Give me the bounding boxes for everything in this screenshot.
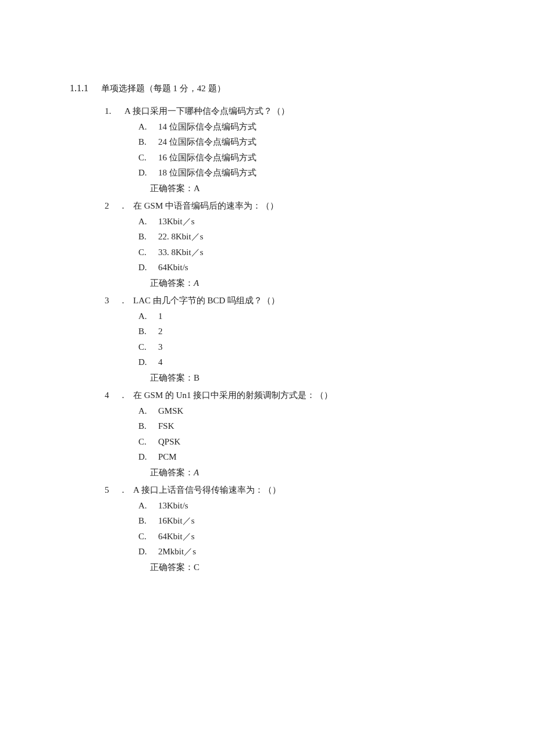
section-number: 1.1.1 [70, 83, 88, 93]
question-line: 3 ． LAC 由几个字节的 BCD 吗组成？（） [105, 294, 465, 307]
option-text: 16Kbit／s [158, 514, 195, 528]
option-text: 64Kbit／s [158, 530, 195, 543]
question-text: A 接口上话音信号得传输速率为：（） [133, 483, 281, 497]
option-line: B.FSK [138, 420, 465, 433]
option-letter: A. [138, 310, 150, 323]
answer-label: 正确答案： [150, 468, 194, 477]
option-letter: B. [138, 230, 150, 243]
question-block: 4 ． 在 GSM 的 Un1 接口中采用的射频调制方式是：（） A.GMSK … [105, 389, 465, 479]
answer-line: 正确答案：C [150, 561, 465, 574]
option-letter: A. [138, 404, 150, 418]
answer-label: 正确答案： [150, 184, 194, 193]
option-line: C.33. 8Kbit／s [138, 246, 465, 259]
option-letter: C. [138, 435, 150, 449]
option-letter: B. [138, 325, 150, 338]
option-text: 22. 8Kbit／s [158, 230, 204, 243]
option-letter: D. [138, 545, 150, 558]
option-letter: D. [138, 450, 150, 464]
question-dot: ． [119, 199, 127, 213]
option-letter: B. [138, 514, 150, 528]
question-dot: ． [119, 389, 127, 402]
option-line: A.14 位国际信令点编码方式 [138, 120, 465, 134]
option-text: 3 [158, 341, 163, 354]
question-number: 4 [105, 389, 119, 402]
option-line: C.3 [138, 341, 465, 354]
answer-label: 正确答案： [150, 373, 194, 382]
option-text: 1 [158, 310, 163, 323]
option-text: 4 [158, 356, 163, 369]
option-line: D.64Kbit/s [138, 261, 465, 274]
question-number: 5 [105, 483, 119, 497]
option-text: GMSK [158, 404, 183, 418]
question-number: 3 [105, 294, 119, 307]
option-letter: D. [138, 166, 150, 180]
question-line: 5 ． A 接口上话音信号得传输速率为：（） [105, 483, 465, 497]
option-line: C.16 位国际信令点编码方式 [138, 151, 465, 164]
question-text: LAC 由几个字节的 BCD 吗组成？（） [133, 294, 280, 307]
option-letter: C. [138, 246, 150, 259]
section-title: 单项选择题（每题 1 分，42 题） [101, 84, 226, 93]
option-letter: A. [138, 215, 150, 228]
question-line: 1. A 接口采用一下哪种信令点编码方式？（） [105, 105, 465, 118]
option-line: D.4 [138, 356, 465, 369]
question-number: 2 [105, 199, 119, 213]
option-line: A.GMSK [138, 404, 465, 418]
option-letter: A. [138, 120, 150, 134]
option-text: 16 位国际信令点编码方式 [158, 151, 256, 164]
option-text: 14 位国际信令点编码方式 [158, 120, 256, 134]
answer-line: 正确答案：A [150, 277, 465, 290]
option-line: A.13Kbit/s [138, 499, 465, 513]
question-text: 在 GSM 的 Un1 接口中采用的射频调制方式是：（） [133, 389, 333, 402]
option-letter: C. [138, 151, 150, 164]
question-line: 2 ． 在 GSM 中语音编码后的速率为：（） [105, 199, 465, 213]
document-page: 1.1.1 单项选择题（每题 1 分，42 题） 1. A 接口采用一下哪种信令… [0, 0, 535, 625]
option-line: B.2 [138, 325, 465, 338]
option-line: D.2Mkbit／s [138, 545, 465, 558]
question-dot: ． [119, 483, 127, 497]
option-line: B.22. 8Kbit／s [138, 230, 465, 243]
option-line: B.24 位国际信令点编码方式 [138, 135, 465, 149]
option-letter: C. [138, 341, 150, 354]
option-text: 2 [158, 325, 163, 338]
option-text: 13Kbit/s [158, 499, 188, 513]
option-letter: A. [138, 499, 150, 513]
option-line: B.16Kbit／s [138, 514, 465, 528]
answer-label: 正确答案： [150, 278, 194, 288]
answer-line: 正确答案：B [150, 371, 465, 385]
answer-value: B [194, 373, 199, 382]
question-block: 1. A 接口采用一下哪种信令点编码方式？（） A.14 位国际信令点编码方式 … [105, 105, 465, 195]
question-block: 2 ． 在 GSM 中语音编码后的速率为：（） A.13Kbit／s B.22.… [105, 199, 465, 289]
option-letter: C. [138, 530, 150, 543]
option-text: 64Kbit/s [158, 261, 188, 274]
option-line: D.PCM [138, 450, 465, 464]
option-text: QPSK [158, 435, 180, 449]
answer-value: A [194, 468, 199, 477]
option-letter: D. [138, 261, 150, 274]
option-line: A.13Kbit／s [138, 215, 465, 228]
question-text: A 接口采用一下哪种信令点编码方式？（） [124, 105, 290, 118]
question-dot: ． [119, 294, 127, 307]
question-number: 1. [105, 105, 119, 118]
option-text: FSK [158, 420, 174, 433]
option-text: 18 位国际信令点编码方式 [158, 166, 256, 180]
option-letter: D. [138, 356, 150, 369]
option-text: 33. 8Kbit／s [158, 246, 204, 259]
option-line: C.QPSK [138, 435, 465, 449]
question-block: 5 ． A 接口上话音信号得传输速率为：（） A.13Kbit/s B.16Kb… [105, 483, 465, 574]
question-block: 3 ． LAC 由几个字节的 BCD 吗组成？（） A.1 B.2 C.3 D.… [105, 294, 465, 384]
answer-value: A [194, 278, 199, 288]
answer-label: 正确答案： [150, 562, 194, 572]
question-line: 4 ． 在 GSM 的 Un1 接口中采用的射频调制方式是：（） [105, 389, 465, 402]
option-letter: B. [138, 420, 150, 433]
answer-value: A [194, 184, 200, 193]
answer-line: 正确答案：A [150, 466, 465, 479]
option-text: 24 位国际信令点编码方式 [158, 135, 256, 149]
option-text: 2Mkbit／s [158, 545, 196, 558]
option-line: A.1 [138, 310, 465, 323]
option-text: PCM [158, 450, 177, 464]
option-line: D.18 位国际信令点编码方式 [138, 166, 465, 180]
option-letter: B. [138, 135, 150, 149]
answer-value: C [194, 562, 199, 572]
section-header: 1.1.1 单项选择题（每题 1 分，42 题） [70, 81, 465, 95]
question-text: 在 GSM 中语音编码后的速率为：（） [133, 199, 279, 213]
